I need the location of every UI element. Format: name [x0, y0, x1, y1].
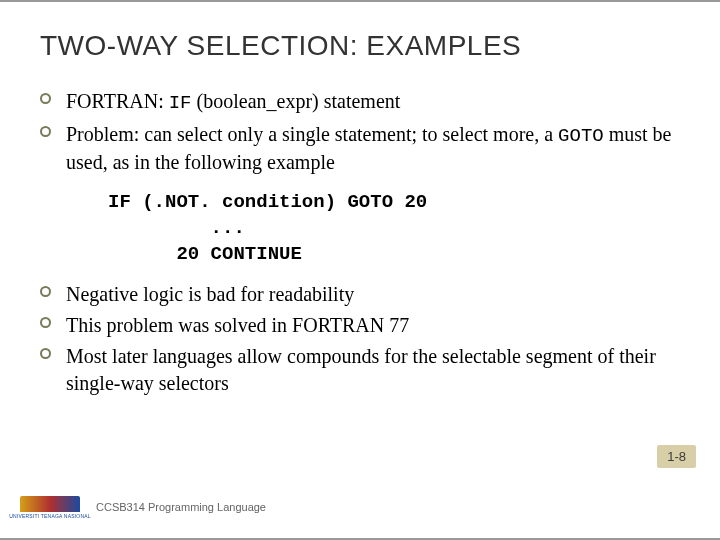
course-label: CCSB314 Programming Language: [96, 501, 266, 513]
code-block: IF (.NOT. condition) GOTO 20 ... 20 CONT…: [108, 190, 680, 267]
bullet-text-post: (boolean_expr) statement: [192, 90, 401, 112]
bullet-item: Problem: can select only a single statem…: [40, 121, 680, 177]
bullet-code: IF: [169, 92, 192, 114]
bullet-icon: [40, 126, 51, 137]
bullet-list-2: Negative logic is bad for readability Th…: [40, 281, 680, 397]
bullet-text: This problem was solved in FORTRAN 77: [66, 314, 409, 336]
slide: TWO-WAY SELECTION: EXAMPLES FORTRAN: IF …: [0, 0, 720, 540]
code-line: IF (.NOT. condition) GOTO 20: [108, 191, 427, 213]
bullet-list-1: FORTRAN: IF (boolean_expr) statement Pro…: [40, 88, 680, 176]
bullet-icon: [40, 93, 51, 104]
bullet-text-pre: Problem: can select only a single statem…: [66, 123, 558, 145]
code-line: ...: [108, 217, 245, 239]
bullet-item: This problem was solved in FORTRAN 77: [40, 312, 680, 339]
code-line: 20 CONTINUE: [108, 243, 302, 265]
logo: UNIVERSITI TENAGA NASIONAL: [14, 488, 86, 526]
bullet-text-pre: FORTRAN:: [66, 90, 169, 112]
bullet-item: Most later languages allow compounds for…: [40, 343, 680, 397]
bullet-icon: [40, 348, 51, 359]
bullet-item: Negative logic is bad for readability: [40, 281, 680, 308]
logo-graphic: [20, 496, 80, 512]
bullet-text: Negative logic is bad for readability: [66, 283, 354, 305]
slide-title: TWO-WAY SELECTION: EXAMPLES: [40, 30, 680, 62]
bullet-code: GOTO: [558, 125, 604, 147]
logo-text: UNIVERSITI TENAGA NASIONAL: [9, 513, 91, 519]
page-number: 1-8: [657, 445, 696, 468]
bullet-text: Most later languages allow compounds for…: [66, 345, 656, 394]
bullet-item: FORTRAN: IF (boolean_expr) statement: [40, 88, 680, 117]
bullet-icon: [40, 286, 51, 297]
bullet-icon: [40, 317, 51, 328]
footer: UNIVERSITI TENAGA NASIONAL CCSB314 Progr…: [0, 488, 720, 526]
